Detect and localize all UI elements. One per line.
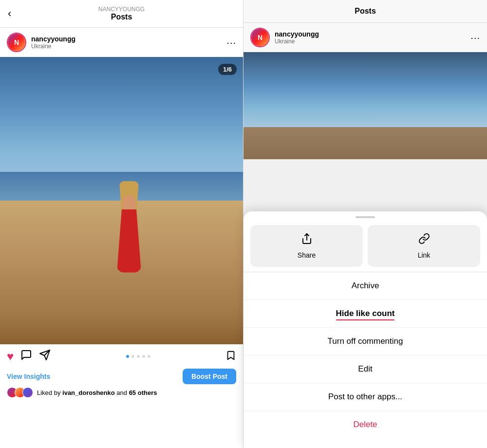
header-titles: NANCYYOUNGG Posts (98, 6, 145, 21)
link-icon (418, 233, 430, 247)
right-post-info: N nancyyoungg Ukraine (250, 28, 319, 47)
action-left: ♥ (7, 349, 51, 364)
menu-item-delete[interactable]: Delete (244, 411, 487, 438)
carousel-dots (126, 355, 150, 358)
header-username: NANCYYOUNGG (98, 6, 145, 13)
sheet-handle (356, 216, 375, 218)
figure-head (122, 195, 136, 212)
boost-post-button[interactable]: Boost Post (183, 369, 236, 384)
dot-5 (148, 355, 150, 358)
avatar-image: N (8, 34, 25, 51)
back-button[interactable]: ‹ (8, 7, 11, 20)
right-user-details: nancyyoungg Ukraine (275, 30, 319, 45)
user-details: nancyyoungg Ukraine (31, 35, 75, 50)
left-header: ‹ NANCYYOUNGG Posts (0, 0, 243, 28)
right-header: Posts (244, 0, 487, 23)
menu-item-edit[interactable]: Edit (244, 355, 487, 383)
menu-item-archive[interactable]: Archive (244, 272, 487, 300)
link-label: Link (418, 251, 431, 259)
likes-row: Liked by ivan_doroshenko and 65 others (0, 387, 243, 402)
menu-item-post-to-other-apps[interactable]: Post to other apps... (244, 383, 487, 411)
left-panel: ‹ NANCYYOUNGG Posts N nancyyoungg Ukrain… (0, 0, 244, 448)
right-avatar[interactable]: N (250, 28, 270, 47)
dot-2 (131, 355, 134, 358)
figure (110, 175, 149, 273)
right-post-sky (244, 52, 487, 132)
right-more-options-button[interactable]: ··· (470, 32, 480, 43)
post-username: nancyyoungg (31, 35, 75, 43)
likes-text: Liked by ivan_doroshenko and 65 others (37, 389, 157, 396)
image-counter: 1/6 (218, 64, 237, 75)
sheet-top-row: Share Link (244, 225, 487, 272)
figure-body (117, 209, 141, 273)
avatar[interactable]: N (7, 33, 26, 52)
comment-button[interactable] (20, 349, 32, 364)
post-actions-row: View Insights Boost Post (0, 369, 243, 387)
like-button[interactable]: ♥ (7, 350, 14, 363)
bottom-sheet: Share Link ArchiveHide like countTurn of… (244, 211, 487, 448)
post-image-bg (0, 57, 244, 344)
link-action-button[interactable]: Link (368, 225, 480, 267)
share-action-button[interactable]: Share (250, 225, 363, 267)
bookmark-button[interactable] (225, 350, 236, 363)
post-image: 1/6 (0, 57, 244, 344)
dot-3 (137, 355, 140, 358)
right-avatar-image: N (251, 29, 269, 46)
post-user-info: N nancyyoungg Ukraine (7, 33, 75, 52)
more-options-button[interactable]: ··· (226, 37, 236, 48)
post-user-row: N nancyyoungg Ukraine ··· (0, 28, 243, 57)
likes-avatars (7, 387, 33, 398)
right-panel: Posts N nancyyoungg Ukraine ··· (244, 0, 487, 448)
share-icon (301, 233, 313, 247)
post-location: Ukraine (31, 43, 75, 50)
sheet-menu: ArchiveHide like countTurn off commentin… (244, 272, 487, 438)
menu-item-hide-like-count[interactable]: Hide like count (244, 300, 487, 328)
right-post-location: Ukraine (275, 38, 319, 45)
share-button[interactable] (39, 349, 51, 364)
header-title: Posts (98, 13, 145, 21)
action-bar: ♥ (0, 344, 243, 369)
dot-4 (142, 355, 145, 358)
view-insights-button[interactable]: View Insights (7, 373, 50, 380)
dot-active (126, 355, 129, 358)
right-post-beach (244, 127, 487, 159)
right-header-title: Posts (355, 7, 376, 16)
right-post-header: N nancyyoungg Ukraine ··· (244, 23, 487, 52)
share-label: Share (298, 251, 316, 259)
right-post-username: nancyyoungg (275, 30, 319, 38)
likes-avatar-3 (22, 387, 33, 398)
right-post-image-area (244, 52, 487, 159)
menu-item-turn-off-commenting[interactable]: Turn off commenting (244, 328, 487, 355)
